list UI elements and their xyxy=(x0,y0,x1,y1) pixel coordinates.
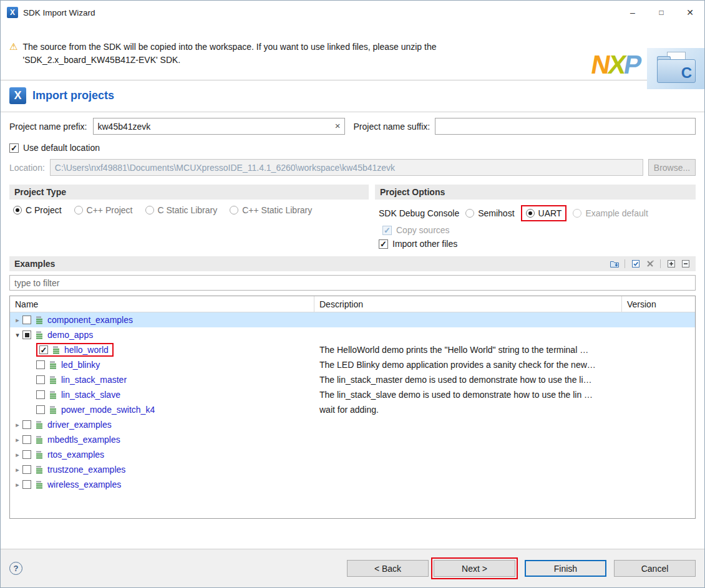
tree-item-label[interactable]: power_mode_switch_k4 xyxy=(61,405,155,415)
back-button[interactable]: < Back xyxy=(347,560,429,577)
tree-item-label[interactable]: component_examples xyxy=(47,315,133,325)
row-checkbox[interactable] xyxy=(36,360,45,369)
example-icon xyxy=(49,360,57,369)
cancel-button[interactable]: Cancel xyxy=(614,560,696,577)
use-default-location-checkbox[interactable] xyxy=(9,143,19,153)
tree-item-label[interactable]: rtos_examples xyxy=(47,450,104,460)
tree-row[interactable]: ▸driver_examples xyxy=(10,417,695,432)
row-checkbox[interactable] xyxy=(36,375,45,384)
tree-item-label[interactable]: wireless_examples xyxy=(47,480,121,489)
tree-expander-icon[interactable]: ▸ xyxy=(12,421,22,429)
tree-row[interactable]: lin_stack_masterThe lin_stack_master dem… xyxy=(10,372,695,387)
uart-annotation-box: UART xyxy=(521,205,567,221)
row-checkbox[interactable] xyxy=(22,316,31,324)
close-icon[interactable]: ✕ xyxy=(676,1,704,24)
next-button[interactable]: Next > xyxy=(434,560,515,577)
tree-expander-icon[interactable]: ▸ xyxy=(12,451,22,459)
import-other-files-checkbox[interactable] xyxy=(379,239,388,249)
radio-c-project[interactable]: C Project xyxy=(13,205,62,215)
tree-expander-icon[interactable]: ▸ xyxy=(12,466,22,474)
open-sdk-location-icon[interactable] xyxy=(609,259,620,269)
radio-disabled-icon xyxy=(573,209,581,218)
row-description xyxy=(314,417,622,432)
finish-button[interactable]: Finish xyxy=(525,560,606,577)
warning-icon: ⚠ xyxy=(9,41,17,53)
tree-item-label[interactable]: trustzone_examples xyxy=(47,465,125,475)
example-icon xyxy=(49,390,57,399)
expand-all-icon[interactable] xyxy=(666,259,676,269)
radio-c-static-library[interactable]: C Static Library xyxy=(145,205,218,215)
titlebar: X SDK Import Wizard – □ ✕ xyxy=(1,1,704,24)
tree-row[interactable]: ▸mbedtls_examples xyxy=(10,432,695,447)
row-checkbox[interactable] xyxy=(36,390,45,399)
examples-toolbar xyxy=(609,259,691,269)
row-version xyxy=(622,312,695,327)
example-icon xyxy=(35,435,44,444)
tree-item-label[interactable]: lin_stack_master xyxy=(61,375,127,385)
row-version xyxy=(622,342,695,357)
prefix-input[interactable] xyxy=(93,118,345,135)
row-description: The HelloWorld demo prints the "Hello Wo… xyxy=(314,342,622,357)
row-checkbox[interactable] xyxy=(22,480,31,489)
example-icon xyxy=(35,480,44,489)
row-version xyxy=(622,477,695,492)
row-version xyxy=(622,447,695,462)
radio-cpp-static-library[interactable]: C++ Static Library xyxy=(230,205,312,215)
browse-button[interactable]: Browse... xyxy=(648,159,696,176)
footer-buttons: < Back Next > Finish Cancel xyxy=(347,557,696,579)
nxp-logo: NXP xyxy=(589,52,642,78)
location-label: Location: xyxy=(9,163,45,173)
row-checkbox[interactable] xyxy=(22,330,31,339)
row-description: The lin_stack_master demo is used to dem… xyxy=(314,372,622,387)
row-checkbox[interactable] xyxy=(36,405,45,414)
tree-row[interactable]: ▸component_examples xyxy=(10,312,695,327)
suffix-input[interactable] xyxy=(435,118,696,135)
tree-row[interactable]: ▸trustzone_examples xyxy=(10,462,695,477)
tree-expander-icon[interactable]: ▸ xyxy=(12,481,22,489)
filter-input[interactable] xyxy=(9,275,696,291)
maximize-icon[interactable]: □ xyxy=(647,1,676,24)
tree-expander-icon[interactable]: ▸ xyxy=(12,436,22,444)
collapse-all-icon[interactable] xyxy=(680,259,691,269)
examples-table: Name Description Version ▸component_exam… xyxy=(9,296,696,519)
tree-item-label[interactable]: demo_apps xyxy=(47,330,93,340)
tree-row[interactable]: ▸rtos_examples xyxy=(10,447,695,462)
row-checkbox[interactable] xyxy=(22,420,31,429)
tree-item-label[interactable]: mbedtls_examples xyxy=(47,435,120,445)
deselect-all-icon[interactable] xyxy=(644,259,655,269)
clear-input-icon[interactable]: × xyxy=(335,120,341,131)
tree-row[interactable]: hello_worldThe HelloWorld demo prints th… xyxy=(10,342,695,357)
tree-expander-icon[interactable]: ▸ xyxy=(12,316,22,324)
tree-row[interactable]: lin_stack_slaveThe lin_stack_slave demo … xyxy=(10,387,695,402)
radio-cpp-project[interactable]: C++ Project xyxy=(74,205,133,215)
minimize-icon[interactable]: – xyxy=(618,1,647,24)
tree-item-label[interactable]: hello_world xyxy=(64,345,109,355)
tree-expander-icon[interactable]: ▾ xyxy=(12,331,22,339)
radio-semihost[interactable]: Semihost xyxy=(465,208,514,218)
examples-section: Examples xyxy=(1,249,704,519)
project-type-header: Project Type xyxy=(9,185,369,200)
row-checkbox[interactable] xyxy=(22,435,31,444)
examples-table-body: ▸component_examples▾demo_appshello_world… xyxy=(10,312,695,518)
folder-letter: C xyxy=(681,64,692,82)
radio-uart[interactable]: UART xyxy=(526,208,562,218)
radio-icon xyxy=(74,206,83,214)
row-checkbox[interactable] xyxy=(22,450,31,459)
select-all-icon[interactable] xyxy=(630,259,641,269)
project-options-header: Project Options xyxy=(375,185,696,200)
tree-row[interactable]: ▸wireless_examples xyxy=(10,477,695,492)
tree-item-label[interactable]: led_blinky xyxy=(61,360,100,370)
row-checkbox[interactable] xyxy=(22,465,31,474)
column-header-name[interactable]: Name xyxy=(10,296,314,312)
column-header-version[interactable]: Version xyxy=(622,296,695,312)
tree-row[interactable]: ▾demo_apps xyxy=(10,327,695,342)
row-version xyxy=(622,372,695,387)
tree-row[interactable]: power_mode_switch_k4wait for adding. xyxy=(10,402,695,417)
row-checkbox[interactable] xyxy=(39,345,48,354)
tree-item-label[interactable]: lin_stack_slave xyxy=(61,390,120,400)
radio-icon xyxy=(230,206,238,214)
tree-item-label[interactable]: driver_examples xyxy=(47,420,112,430)
column-header-description[interactable]: Description xyxy=(314,296,622,312)
help-icon[interactable]: ? xyxy=(9,562,22,575)
tree-row[interactable]: led_blinkyThe LED Blinky demo applicatio… xyxy=(10,357,695,372)
